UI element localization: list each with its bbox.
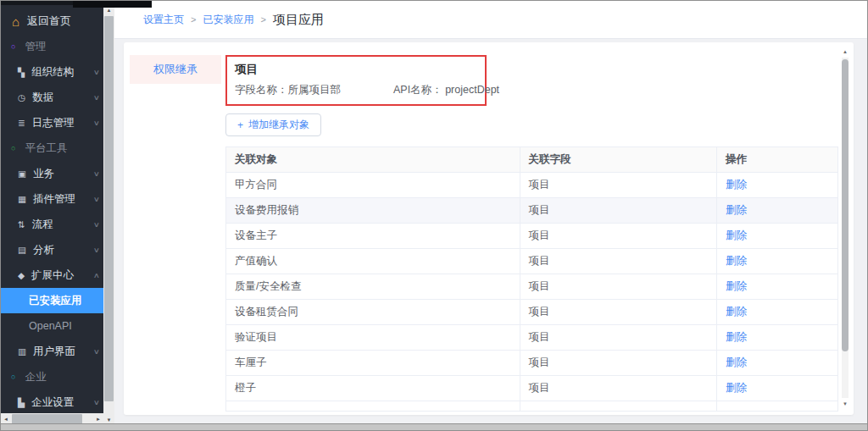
log-list-icon: ≣ <box>18 118 25 128</box>
sidebar-item-已安装应用[interactable]: 已安装应用 <box>1 288 103 313</box>
chevron-down-icon: ∨ <box>93 196 100 203</box>
expand-center-icon: ◆ <box>18 270 25 280</box>
api-name-label: API名称： <box>393 84 442 96</box>
chart-icon: ▤ <box>18 245 26 255</box>
related-field-cell: 项目 <box>520 325 716 351</box>
home-icon: ⌂ <box>12 14 19 29</box>
sidebar-item-用户界面[interactable]: ▥用户界面∨ <box>1 339 103 364</box>
sidebar-item-日志管理[interactable]: ≣日志管理∨ <box>1 110 103 135</box>
table-header-row: 关联对象 关联字段 操作 <box>226 147 838 173</box>
ui-grid-icon: ▥ <box>18 346 26 356</box>
chevron-down-icon: ∨ <box>93 246 100 254</box>
sidebar: ⌂返回首页○管理▚组织结构∨◷数据∨≣日志管理∨○平台工具▣业务∨▦插件管理∨⇅… <box>1 5 103 413</box>
sidebar-item-数据[interactable]: ◷数据∨ <box>1 85 103 110</box>
sidebar-item-label: 返回首页 <box>27 14 71 29</box>
plus-icon: + <box>237 119 243 131</box>
delete-link[interactable]: 删除 <box>726 356 747 368</box>
chevron-up-icon: ∧ <box>93 272 100 279</box>
sidebar-item-label: 平台工具 <box>25 141 67 156</box>
add-inherit-object-label: 增加继承对象 <box>248 118 309 132</box>
table-row: 设备租赁合同项目删除 <box>226 300 838 325</box>
chevron-down-icon: ∨ <box>93 69 100 76</box>
sidebar-item-label: 用户界面 <box>33 345 75 359</box>
sidebar-item-label: 企业设置 <box>31 395 74 410</box>
add-inherit-object-button[interactable]: + 增加继承对象 <box>225 113 321 136</box>
page-title: 项目应用 <box>273 12 324 28</box>
sidebar-item-平台工具[interactable]: ○平台工具 <box>1 135 103 161</box>
sidebar-vscroll-thumb[interactable] <box>104 16 114 401</box>
sidebar-item-插件管理[interactable]: ▦插件管理∨ <box>1 186 103 212</box>
sidebar-item-OpenAPI[interactable]: OpenAPI <box>1 313 103 339</box>
delete-link[interactable]: 删除 <box>726 229 747 241</box>
sidebar-item-返回首页[interactable]: ⌂返回首页 <box>1 8 103 34</box>
chevron-down-icon: ∨ <box>93 348 100 356</box>
scroll-up-icon[interactable]: ▲ <box>840 47 850 56</box>
breadcrumb: 设置主页 > 已安装应用 > 项目应用 <box>114 1 868 39</box>
actions-cell: 删除 <box>717 325 838 351</box>
tab-permission-inheritance[interactable]: 权限继承 <box>130 55 221 84</box>
related-object-cell: 设备费用报销 <box>226 198 520 224</box>
breadcrumb-link-settings-home[interactable]: 设置主页 <box>143 13 184 27</box>
sidebar-item-扩展中心[interactable]: ◆扩展中心∧ <box>1 262 103 288</box>
actions-cell: 删除 <box>717 224 838 249</box>
delete-link[interactable]: 删除 <box>726 331 747 343</box>
sidebar-item-组织结构[interactable]: ▚组织结构∨ <box>1 59 103 85</box>
actions-cell: 删除 <box>717 249 838 274</box>
sidebar-item-流程[interactable]: ⇅流程∨ <box>1 212 103 237</box>
column-header-related-object: 关联对象 <box>226 147 520 173</box>
sidebar-item-label: 管理 <box>25 40 46 54</box>
delete-link[interactable]: 删除 <box>726 306 747 318</box>
empty-cell <box>226 401 520 412</box>
table-row: 设备费用报销项目删除 <box>226 198 838 224</box>
content-area: 设置主页 > 已安装应用 > 项目应用 权限继承 项目 字段名称：所属项目部AP… <box>114 1 868 425</box>
chevron-down-icon: ∨ <box>93 119 100 127</box>
sidebar-item-业务[interactable]: ▣业务∨ <box>1 161 103 186</box>
table-row: 验证项目项目删除 <box>226 325 838 351</box>
sidebar-item-管理[interactable]: ○管理 <box>1 34 103 59</box>
field-name-label: 字段名称： <box>235 84 288 96</box>
actions-cell: 删除 <box>717 376 838 401</box>
related-field-cell: 项目 <box>520 224 716 249</box>
delete-link[interactable]: 删除 <box>726 382 747 394</box>
breadcrumb-separator-icon: > <box>260 14 265 25</box>
card-vertical-scrollbar[interactable]: ▲ ▼ <box>840 47 850 408</box>
card-scroll-thumb[interactable] <box>842 59 849 351</box>
ring-icon: ○ <box>11 42 15 51</box>
sidebar-item-企业设置[interactable]: ▙企业设置∨ <box>1 390 103 413</box>
breadcrumb-separator-icon: > <box>191 14 196 25</box>
actions-cell: 删除 <box>717 300 838 325</box>
actions-cell: 删除 <box>717 351 838 376</box>
chevron-down-icon: ∨ <box>93 94 100 102</box>
sidebar-item-label: OpenAPI <box>29 320 72 332</box>
delete-link[interactable]: 删除 <box>726 179 747 191</box>
sidebar-nav: ⌂返回首页○管理▚组织结构∨◷数据∨≣日志管理∨○平台工具▣业务∨▦插件管理∨⇅… <box>1 5 103 413</box>
table-row: 橙子项目删除 <box>226 376 838 401</box>
sidebar-item-label: 日志管理 <box>32 116 75 130</box>
sidebar-item-label: 流程 <box>32 218 53 232</box>
sidebar-item-label: 企业 <box>25 370 46 384</box>
actions-cell: 删除 <box>717 198 838 224</box>
delete-link[interactable]: 删除 <box>726 204 747 216</box>
scroll-down-icon[interactable]: ▼ <box>840 400 850 408</box>
related-field-cell: 项目 <box>520 198 716 224</box>
table-row: 质量/安全检查项目删除 <box>226 274 838 300</box>
briefcase-icon: ▣ <box>18 169 26 179</box>
api-name-value: projectDept <box>445 84 499 96</box>
card-scroll-track[interactable] <box>842 58 849 398</box>
related-object-cell: 橙子 <box>226 376 520 401</box>
chevron-down-icon: ∨ <box>93 221 100 229</box>
sidebar-vertical-scrollbar[interactable]: ▲ ▼ <box>103 5 114 425</box>
related-object-cell: 质量/安全检查 <box>226 274 520 300</box>
related-field-cell: 项目 <box>520 274 716 300</box>
related-field-cell: 项目 <box>520 173 716 198</box>
breadcrumb-link-installed-apps[interactable]: 已安装应用 <box>203 13 253 27</box>
table-row: 甲方合同项目删除 <box>226 173 838 198</box>
chevron-down-icon: ∨ <box>93 170 100 178</box>
delete-link[interactable]: 删除 <box>726 255 747 267</box>
field-detail-row: 字段名称：所属项目部API名称： projectDept <box>235 83 477 97</box>
window-top-tab <box>73 1 152 8</box>
sidebar-item-分析[interactable]: ▤分析∨ <box>1 237 103 262</box>
sidebar-item-企业[interactable]: ○企业 <box>1 364 103 390</box>
related-object-cell: 设备主子 <box>226 224 520 249</box>
delete-link[interactable]: 删除 <box>726 280 747 292</box>
